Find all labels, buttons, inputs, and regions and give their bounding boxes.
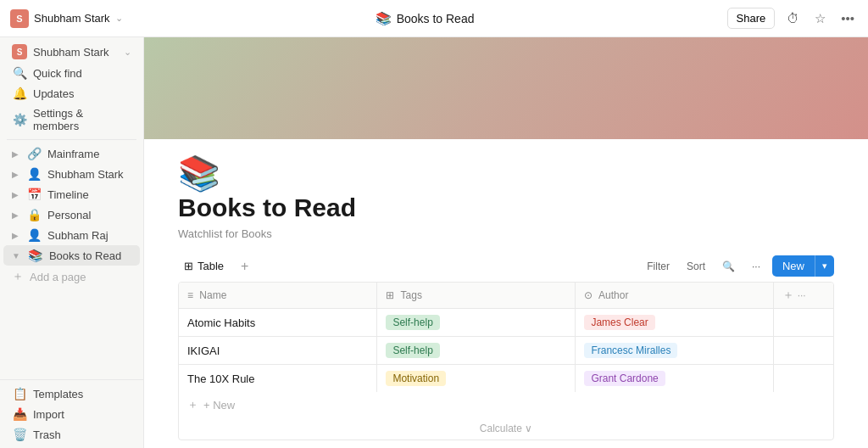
person-icon: 👤: [26, 228, 42, 242]
add-view-button[interactable]: +: [236, 257, 253, 276]
cell-tags-2: Self-help: [377, 337, 576, 365]
sidebar-item-mainframe[interactable]: ▶ 🔗 Mainframe: [3, 143, 140, 164]
new-row-label: + New: [203, 399, 235, 412]
share-button[interactable]: Share: [727, 8, 776, 29]
new-button[interactable]: New: [772, 255, 815, 277]
sidebar-divider: [7, 139, 136, 140]
column-header-author[interactable]: ⊙ Author: [576, 283, 774, 309]
new-button-chevron[interactable]: ▾: [815, 255, 834, 277]
sidebar-workspace-avatar: S: [12, 44, 27, 59]
cell-tags-3: Motivation: [377, 365, 576, 393]
sidebar-import-label: Import: [33, 408, 64, 421]
import-icon: 📥: [12, 407, 27, 421]
sidebar-timeline-label: Timeline: [47, 188, 89, 201]
sidebar-subham-raj-label: Subham Raj: [47, 229, 108, 242]
sidebar-settings-label: Settings & members: [33, 107, 131, 132]
sidebar-item-quick-find[interactable]: 🔍 Quick find: [3, 63, 140, 83]
table-header-row: ≡ Name ⊞ Tags ⊙ Author: [179, 283, 833, 309]
sidebar-workspace[interactable]: S Shubham Stark ⌄: [3, 41, 140, 63]
star-icon-button[interactable]: ☆: [811, 9, 829, 28]
chevron-right-icon: ▶: [12, 210, 19, 220]
sidebar-item-settings[interactable]: ⚙️ Settings & members: [3, 104, 140, 136]
sidebar-item-personal[interactable]: ▶ 🔒 Personal: [3, 204, 140, 225]
sidebar-quick-find-label: Quick find: [33, 67, 82, 80]
column-header-add: ＋ ···: [774, 283, 833, 309]
calculate-button[interactable]: Calculate ∨: [179, 417, 833, 440]
books-icon: 📚: [28, 249, 43, 262]
author-badge[interactable]: Francesc Miralles: [584, 343, 677, 358]
cell-name-1[interactable]: Atomic Habits: [179, 309, 377, 337]
sidebar-bottom: 📋 Templates 📥 Import 🗑️ Trash: [0, 379, 143, 445]
sort-button[interactable]: Sort: [682, 258, 710, 275]
sidebar-item-timeline[interactable]: ▶ 📅 Timeline: [3, 184, 140, 204]
page-title-topbar: Books to Read: [397, 12, 475, 25]
tag-badge[interactable]: Self-help: [386, 315, 439, 330]
tag-badge[interactable]: Self-help: [386, 343, 439, 358]
sidebar-item-books-to-read[interactable]: ▼ 📚 Books to Read: [3, 245, 140, 266]
topbar-right: Share ⏱ ☆ •••: [727, 8, 858, 29]
sidebar-item-trash[interactable]: 🗑️ Trash: [3, 424, 140, 445]
cell-extra-3: [774, 365, 833, 393]
plus-icon: ＋: [187, 397, 198, 412]
cell-author-1: James Clear: [576, 309, 774, 337]
column-tags-label: Tags: [401, 289, 422, 301]
sidebar-workspace-name: Shubham Stark: [33, 46, 109, 59]
column-author-label: Author: [598, 289, 628, 301]
history-icon-button[interactable]: ⏱: [783, 9, 803, 27]
table-icon: ⊞: [184, 260, 193, 272]
sidebar-trash-label: Trash: [33, 428, 61, 441]
chevron-right-icon: ▶: [12, 149, 19, 159]
cell-extra-1: [774, 309, 833, 337]
person-icon: 👤: [26, 167, 42, 181]
tag-badge[interactable]: Motivation: [386, 371, 446, 386]
author-badge[interactable]: James Clear: [584, 315, 654, 330]
sidebar-templates-label: Templates: [33, 388, 83, 400]
chevron-down-icon: ▼: [12, 251, 20, 260]
content-area: 📚 Books to Read Watchlist for Books ⊞ Ta…: [144, 37, 868, 448]
sidebar-personal-label: Personal: [47, 209, 91, 221]
template-icon: 📋: [12, 387, 27, 400]
topbar-center: 📚 Books to Read: [376, 11, 475, 26]
table-row: The 10X Rule Motivation Grant Cardone: [179, 365, 833, 393]
table-toolbar: ⊞ Table + Filter Sort 🔍 ··· New ▾: [178, 247, 834, 282]
cell-name-3[interactable]: The 10X Rule: [179, 365, 377, 393]
cell-name-2[interactable]: IKIGAI: [179, 337, 377, 365]
page-icon: 📚: [178, 156, 834, 190]
add-page-button[interactable]: ＋ Add a page: [3, 266, 140, 288]
table-view-label: Table: [198, 260, 224, 272]
table-row: IKIGAI Self-help Francesc Miralles: [179, 337, 833, 365]
sidebar-item-import[interactable]: 📥 Import: [3, 404, 140, 424]
new-button-group: New ▾: [772, 255, 834, 277]
cell-extra-2: [774, 337, 833, 365]
sidebar-item-subham-raj[interactable]: ▶ 👤 Subham Raj: [3, 225, 140, 245]
sidebar-shubham-stark-label: Shubham Stark: [47, 168, 124, 181]
sidebar-item-updates[interactable]: 🔔 Updates: [3, 83, 140, 104]
table-row: Atomic Habits Self-help James Clear: [179, 309, 833, 337]
trash-icon: 🗑️: [12, 428, 27, 441]
new-row-button[interactable]: ＋ + New: [179, 392, 833, 417]
add-page-label: Add a page: [30, 271, 86, 283]
data-table: ≡ Name ⊞ Tags ⊙ Author: [179, 283, 833, 392]
column-header-name[interactable]: ≡ Name: [179, 283, 377, 309]
filter-button[interactable]: Filter: [642, 258, 675, 275]
cell-author-2: Francesc Miralles: [576, 337, 774, 365]
table-view-button[interactable]: ⊞ Table: [178, 257, 230, 275]
page-icon-topbar: 📚: [376, 11, 392, 26]
plus-icon: ＋: [12, 269, 24, 284]
topbar: S Shubham Stark ⌄ 📚 Books to Read Share …: [0, 0, 868, 37]
table-container: ≡ Name ⊞ Tags ⊙ Author: [178, 282, 834, 440]
author-badge[interactable]: Grant Cardone: [584, 371, 665, 386]
sidebar-item-shubham-stark[interactable]: ▶ 👤 Shubham Stark: [3, 164, 140, 184]
page-header: 📚 Books to Read Watchlist for Books: [178, 139, 834, 247]
calendar-icon: 📅: [26, 188, 42, 201]
search-toolbar-icon-button[interactable]: 🔍: [717, 258, 740, 275]
sidebar-item-templates[interactable]: 📋 Templates: [3, 384, 140, 404]
column-header-tags[interactable]: ⊞ Tags: [377, 283, 576, 309]
more-toolbar-button[interactable]: ···: [747, 258, 765, 275]
cell-tags-1: Self-help: [377, 309, 576, 337]
chevron-right-icon: ▶: [12, 170, 19, 179]
add-column-button[interactable]: ＋: [782, 288, 794, 303]
column-more-button[interactable]: ···: [798, 289, 806, 301]
more-icon-button[interactable]: •••: [837, 9, 858, 27]
tags-col-icon: ⊞: [386, 289, 394, 301]
